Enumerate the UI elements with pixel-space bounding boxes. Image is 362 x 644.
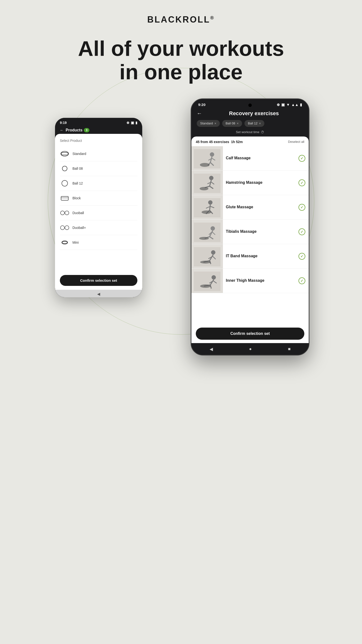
product-name-block: Block — [72, 196, 81, 200]
mini-roller-icon — [60, 238, 69, 247]
svg-point-51 — [200, 261, 211, 264]
check-hamstring[interactable] — [299, 180, 305, 186]
timer-icon: ⏱ — [261, 130, 264, 134]
workout-time-row[interactable]: Set workout time ⏱ — [191, 129, 309, 136]
select-product-label: Select Product — [60, 139, 137, 142]
svg-point-21 — [209, 176, 213, 180]
main-time: 9:20 — [198, 102, 205, 107]
exercise-thumb-hamstring — [191, 171, 223, 195]
exercise-thumb-itband — [191, 244, 223, 268]
svg-rect-44 — [194, 247, 221, 266]
svg-point-0 — [61, 151, 68, 156]
svg-point-53 — [212, 275, 216, 280]
exercise-thumb-calf — [191, 146, 223, 170]
svg-rect-1 — [61, 152, 68, 155]
chip-ball08-label: Ball 08 — [226, 122, 235, 125]
svg-rect-20 — [194, 174, 221, 193]
svg-point-59 — [200, 284, 211, 288]
product-name-ball08: Ball 08 — [72, 166, 83, 170]
battery-icon: ▮ — [300, 102, 302, 107]
filter-chips-container: Standard × Ball 08 × Ball 12 × — [191, 120, 309, 129]
ball12-icon — [60, 178, 69, 188]
svg-point-2 — [62, 166, 67, 171]
exercise-item-tibialis[interactable]: Tibialis Massage — [191, 220, 309, 244]
svg-point-43 — [199, 237, 209, 240]
chip-ball08-remove[interactable]: × — [237, 122, 239, 125]
exercise-name-hamstring: Hamstring Massage — [223, 180, 299, 185]
duoball-icon — [60, 208, 69, 218]
product-item-ball08[interactable]: Ball 08 — [60, 161, 137, 176]
product-item-duoball[interactable]: Duoball — [60, 206, 137, 220]
product-item-standard[interactable]: Standard — [60, 146, 137, 161]
svg-point-37 — [211, 226, 215, 230]
bg-nav-back[interactable]: ◀ — [97, 292, 100, 296]
exercise-item-calf[interactable]: Calf Massage — [191, 146, 309, 171]
chip-ball12-label: Ball 12 — [248, 122, 258, 125]
exercise-name-innerthigh: Inner Thigh Massage — [223, 278, 299, 283]
bg-header-row: ← Products 3 — [55, 126, 142, 134]
chip-standard-remove[interactable]: × — [214, 122, 216, 125]
front-camera — [248, 104, 252, 107]
exercise-item-glute[interactable]: Glute Massage — [191, 195, 309, 220]
svg-rect-4 — [61, 196, 68, 200]
main-nav-back[interactable]: ◀ — [205, 346, 218, 353]
bg-confirm-button[interactable]: Confirm selection set — [60, 275, 137, 286]
main-status-icons: ⊕ ▣ ▼ ▲▲ ▮ — [277, 102, 302, 107]
product-name-duoball: Duoball — [72, 211, 84, 215]
exercise-item-hamstring[interactable]: Hamstring Massage — [191, 171, 309, 195]
exercise-list-header: 45 from 45 exercises 1h 52m Deselect all — [191, 136, 309, 146]
chip-standard[interactable]: Standard × — [197, 120, 220, 127]
main-status-icon1: ⊕ — [277, 102, 280, 107]
exercise-list-card: 45 from 45 exercises 1h 52m Deselect all — [191, 136, 309, 343]
confirm-button-container: Confirm selection set — [191, 325, 309, 343]
confirm-selection-button[interactable]: Confirm selection set — [196, 328, 304, 340]
product-name-standard: Standard — [72, 152, 86, 156]
bg-status-bar: 9:19 ⊕ ▣ ▮ — [55, 118, 142, 126]
product-item-duoballplus[interactable]: Duoball+ — [60, 220, 137, 235]
main-screen-title: Recovery exercises — [205, 110, 303, 117]
hero-title: All of your workouts in one place — [72, 37, 290, 84]
check-glute[interactable] — [299, 204, 305, 211]
product-item-ball12[interactable]: Ball 12 — [60, 176, 137, 191]
exercise-item-innerthigh[interactable]: Inner Thigh Massage — [191, 269, 309, 293]
svg-rect-11 — [62, 242, 67, 244]
svg-point-13 — [210, 152, 214, 157]
exercise-name-glute: Glute Massage — [223, 205, 299, 210]
chip-ball08[interactable]: Ball 08 × — [222, 120, 242, 127]
check-innerthigh[interactable] — [299, 278, 305, 284]
check-tibialis[interactable] — [299, 228, 305, 235]
bg-nav-bar: ◀ — [55, 290, 142, 297]
svg-rect-52 — [194, 272, 221, 291]
chip-ball12-remove[interactable]: × — [259, 122, 261, 125]
svg-point-6 — [60, 211, 64, 214]
exercise-thumb-tibialis — [191, 220, 223, 244]
svg-point-9 — [65, 226, 69, 230]
bg-content-area: Select Product Standard — [55, 134, 142, 271]
exercise-thumb-glute — [191, 195, 223, 220]
main-nav-home[interactable]: ● — [244, 346, 257, 352]
bg-back-arrow[interactable]: ← — [60, 128, 64, 132]
ball08-icon — [60, 164, 69, 173]
header-section: BLACKROLL® All of your workouts in one p… — [72, 14, 290, 84]
main-status-bar: 9:20 ⊕ ▣ ▼ ▲▲ ▮ — [191, 99, 309, 108]
exercise-list: Calf Massage — [191, 146, 309, 325]
check-calf[interactable] — [299, 155, 305, 162]
product-name-duoballplus: Duoball+ — [72, 226, 86, 230]
svg-point-27 — [200, 187, 208, 190]
workout-time-label: Set workout time — [236, 130, 260, 134]
product-item-block[interactable]: Block — [60, 191, 137, 206]
bg-status-icons: ⊕ ▣ ▮ — [126, 121, 137, 125]
svg-point-19 — [200, 163, 210, 167]
deselect-all-button[interactable]: Deselect all — [288, 140, 304, 144]
product-item-mini[interactable]: Mini — [60, 235, 137, 250]
bg-time: 9:19 — [60, 121, 67, 125]
main-nav-recents[interactable]: ■ — [283, 346, 295, 352]
product-name-mini: Mini — [72, 240, 79, 244]
check-itband[interactable] — [299, 253, 305, 260]
main-back-button[interactable]: ← — [197, 110, 202, 117]
chip-standard-label: Standard — [200, 122, 213, 125]
svg-point-35 — [202, 210, 211, 214]
bg-phone-screen: 9:19 ⊕ ▣ ▮ ← Products 3 Select Product — [55, 118, 142, 297]
exercise-item-itband[interactable]: IT Band Massage — [191, 244, 309, 269]
chip-ball12[interactable]: Ball 12 × — [245, 120, 264, 127]
